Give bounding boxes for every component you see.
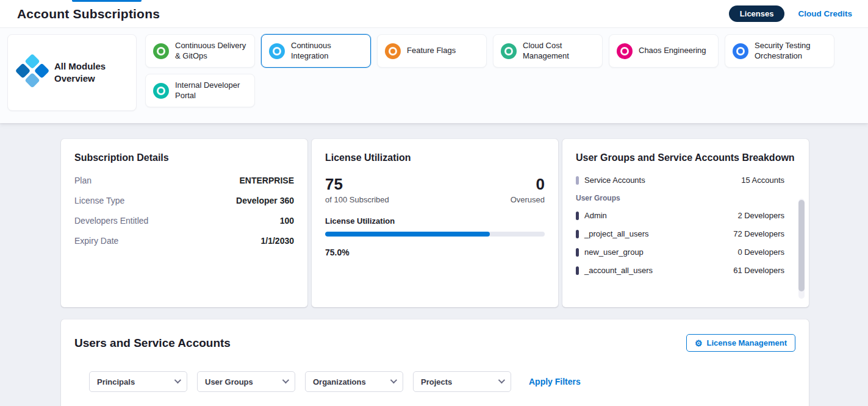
module-cards: Continuous Delivery & GitOps Continuous …	[145, 34, 847, 111]
subscribed-count: 75	[325, 176, 389, 193]
chaos-engineering-icon	[617, 43, 633, 59]
subscription-details-title: Subscription Details	[74, 152, 294, 163]
subscribed-caption: of 100 Subscribed	[325, 195, 389, 204]
security-testing-orchestration-icon	[733, 43, 748, 59]
row-value: Developer 360	[236, 196, 294, 205]
module-label: Security Testing Orchestration	[755, 41, 827, 62]
all-modules-overview-label: All Modules Overview	[54, 60, 110, 85]
all-modules-overview-card[interactable]: All Modules Overview	[7, 34, 137, 111]
users-and-service-accounts-card: Users and Service Accounts ⚙ License Man…	[61, 319, 809, 406]
subscribed-counter: 75 of 100 Subscribed	[325, 176, 389, 204]
module-card-security-testing-orchestration[interactable]: Security Testing Orchestration	[725, 34, 834, 68]
user-group-icon	[576, 248, 579, 257]
chevron-down-icon	[498, 376, 505, 383]
chevron-down-icon	[390, 376, 397, 383]
module-card-continuous-delivery-gitops[interactable]: Continuous Delivery & GitOps	[145, 34, 255, 68]
user-group-icon	[576, 230, 579, 238]
row-value: ENTERPRISE	[240, 176, 294, 185]
organizations-dropdown[interactable]: Organizations	[305, 371, 403, 392]
continuous-integration-icon	[269, 43, 285, 59]
module-label: Continuous Delivery & GitOps	[175, 41, 247, 62]
row-value: 1/1/2030	[261, 236, 295, 246]
apply-filters-link[interactable]: Apply Filters	[529, 377, 581, 386]
utilization-bar-label: License Utilization	[325, 216, 545, 226]
user-group-icon	[576, 266, 579, 275]
overused-count: 0	[511, 176, 545, 193]
module-card-chaos-engineering[interactable]: Chaos Engineering	[609, 34, 719, 68]
dropdown-label: Principals	[97, 377, 135, 386]
breakdown-card: User Groups and Service Accounts Breakdo…	[562, 139, 809, 307]
row-label: Plan	[74, 176, 91, 185]
module-card-internal-developer-portal[interactable]: Internal Developer Portal	[145, 74, 255, 107]
license-utilization-title: License Utilization	[325, 152, 545, 163]
breakdown-scrollbar[interactable]	[798, 199, 805, 299]
all-modules-logo-icon	[13, 54, 51, 91]
utilization-progress-fill	[325, 232, 490, 237]
subscription-details-card: Subscription Details Plan ENTERPRISE Lic…	[61, 139, 307, 307]
module-label: Cloud Cost Management	[523, 41, 595, 62]
module-card-continuous-integration[interactable]: Continuous Integration	[261, 34, 371, 68]
user-group-row: new_user_group 0 Developers	[576, 248, 795, 257]
user-group-icon	[576, 212, 579, 220]
module-label: Feature Flags	[407, 46, 456, 56]
dropdown-label: Organizations	[313, 377, 366, 386]
row-label: License Type	[74, 196, 124, 205]
continuous-delivery-gitops-icon	[153, 43, 169, 59]
row-value: 100	[280, 216, 294, 226]
dropdown-label: User Groups	[205, 377, 253, 386]
user-group-name: new_user_group	[584, 248, 732, 257]
header-actions: Licenses Cloud Credits	[729, 5, 852, 22]
module-label: Chaos Engineering	[639, 46, 706, 56]
license-utilization-card: License Utilization 75 of 100 Subscribed…	[312, 139, 558, 307]
user-group-row: _account_all_users 61 Developers	[576, 266, 795, 275]
chevron-down-icon	[282, 376, 289, 383]
user-groups-dropdown[interactable]: User Groups	[197, 371, 295, 392]
page-title: Account Subscriptions	[17, 7, 160, 21]
cloud-cost-management-icon	[501, 43, 517, 59]
service-accounts-value: 15 Accounts	[741, 176, 784, 185]
subscription-row-developers-entitled: Developers Entitled 100	[74, 216, 294, 226]
internal-developer-portal-icon	[153, 83, 169, 99]
users-section-header: Users and Service Accounts ⚙ License Man…	[74, 334, 795, 352]
filters-row: Principals User Groups Organizations Pro…	[89, 371, 795, 392]
overused-counter: 0 Overused	[511, 176, 545, 204]
utilization-percent: 75.0%	[325, 248, 545, 257]
principals-dropdown[interactable]: Principals	[89, 371, 187, 392]
user-group-name: Admin	[584, 211, 732, 220]
user-group-value: 2 Developers	[737, 211, 784, 220]
usage-counters: 75 of 100 Subscribed 0 Overused	[325, 176, 545, 204]
user-group-value: 72 Developers	[733, 229, 784, 238]
active-tab-indicator	[72, 0, 142, 2]
cloud-credits-link[interactable]: Cloud Credits	[798, 9, 852, 18]
breakdown-scrollbar-thumb[interactable]	[798, 200, 805, 291]
module-label: Internal Developer Portal	[175, 80, 247, 101]
subscription-row-plan: Plan ENTERPRISE	[74, 176, 294, 185]
module-card-feature-flags[interactable]: Feature Flags	[377, 34, 487, 68]
licenses-button[interactable]: Licenses	[729, 5, 785, 22]
user-group-value: 61 Developers	[733, 266, 784, 275]
chevron-down-icon	[174, 376, 181, 383]
subscription-row-license-type: License Type Developer 360	[74, 196, 294, 205]
user-groups-heading: User Groups	[576, 194, 795, 202]
projects-dropdown[interactable]: Projects	[413, 371, 511, 392]
service-accounts-label: Service Accounts	[584, 176, 736, 185]
module-card-cloud-cost-management[interactable]: Cloud Cost Management	[493, 34, 603, 68]
row-label: Expiry Date	[74, 236, 118, 246]
users-section-title: Users and Service Accounts	[74, 337, 231, 350]
subscription-row-expiry-date: Expiry Date 1/1/2030	[74, 236, 294, 246]
license-management-label: License Management	[707, 338, 787, 347]
module-label: Continuous Integration	[291, 41, 363, 62]
license-management-button[interactable]: ⚙ License Management	[686, 334, 795, 352]
user-group-name: _project_all_users	[584, 229, 728, 238]
user-group-value: 0 Developers	[737, 248, 784, 257]
row-label: Developers Entitled	[74, 216, 148, 226]
summary-cards-row: Subscription Details Plan ENTERPRISE Lic…	[61, 139, 809, 307]
user-group-row: Admin 2 Developers	[576, 211, 795, 220]
dropdown-label: Projects	[421, 377, 452, 386]
page-header: Account Subscriptions Licenses Cloud Cre…	[0, 0, 868, 28]
user-group-name: _account_all_users	[584, 266, 728, 275]
gear-icon: ⚙	[695, 339, 703, 347]
overused-caption: Overused	[511, 195, 545, 204]
breakdown-title: User Groups and Service Accounts Breakdo…	[576, 152, 795, 163]
service-accounts-icon	[576, 176, 579, 185]
